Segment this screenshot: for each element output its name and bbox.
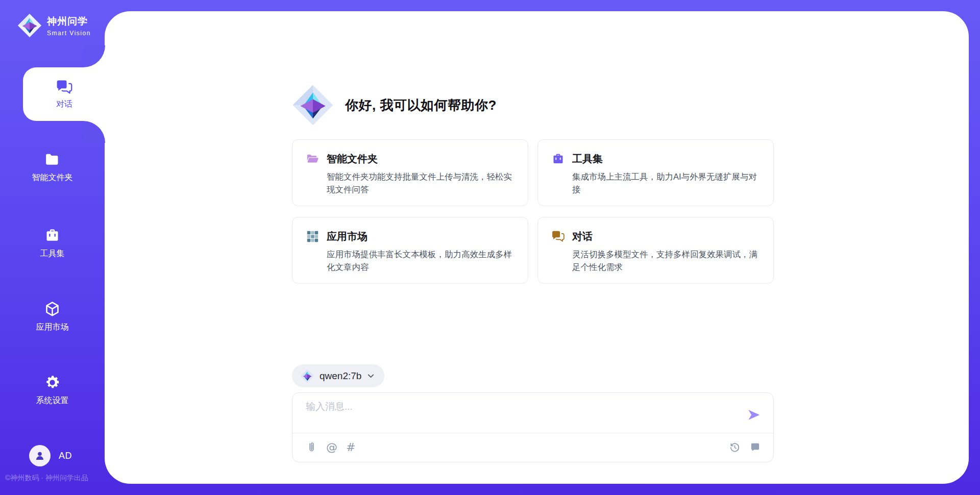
brand-subtitle: Smart Vision xyxy=(47,30,91,37)
active-tab-fillet-top xyxy=(83,45,105,67)
sidebar-item-tools[interactable]: 工具集 xyxy=(0,227,105,259)
active-tab-fillet-bottom xyxy=(83,121,105,143)
feature-card-chat[interactable]: 对话 灵活切换多模型文件，支持多样回复效果调试，满足个性化需求 xyxy=(537,217,774,284)
mention-button[interactable]: @ xyxy=(326,442,337,453)
sidebar-item-label: 对话 xyxy=(56,99,72,110)
send-button[interactable] xyxy=(746,407,762,424)
send-icon xyxy=(746,407,762,423)
feature-cards: 智能文件夹 智能文件夹功能支持批量文件上传与清洗，轻松实现文件问答 工具集 集成… xyxy=(292,139,774,284)
brand-name: 神州问学 xyxy=(47,15,91,28)
person-icon xyxy=(33,449,46,462)
chevron-down-icon xyxy=(366,372,375,380)
gear-icon xyxy=(44,374,61,391)
model-logo-icon xyxy=(300,369,314,383)
main-panel: 你好, 我可以如何帮助你? 智能文件夹 智能文件夹功能支持批量文件上传与清洗，轻… xyxy=(105,11,969,484)
folder-icon xyxy=(44,151,61,168)
briefcase-icon xyxy=(44,227,61,244)
card-title: 智能文件夹 xyxy=(327,152,378,166)
sidebar-item-chat[interactable]: 对话 xyxy=(23,67,106,121)
card-title: 应用市场 xyxy=(327,230,368,243)
avatar xyxy=(29,445,51,466)
grid-icon xyxy=(306,230,320,243)
sidebar-item-label: 应用市场 xyxy=(36,322,69,333)
greeting-title: 你好, 我可以如何帮助你? xyxy=(345,96,497,114)
feature-card-tools[interactable]: 工具集 集成市场上主流工具，助力AI与外界无缝扩展与对接 xyxy=(537,139,774,206)
brand-diamond-icon xyxy=(17,13,42,38)
folder-open-icon xyxy=(306,152,320,166)
chat-bubble-icon xyxy=(749,441,761,453)
feature-card-folders[interactable]: 智能文件夹 智能文件夹功能支持批量文件上传与清洗，轻松实现文件问答 xyxy=(292,139,528,206)
model-selector[interactable]: qwen2:7b xyxy=(292,364,384,387)
sidebar-item-label: 工具集 xyxy=(40,249,65,259)
user-profile[interactable]: AD xyxy=(29,445,72,466)
composer-toolbar: @ # xyxy=(306,441,761,453)
composer-tools-left: @ # xyxy=(306,441,355,453)
message-input[interactable] xyxy=(306,400,734,430)
feature-card-market[interactable]: 应用市场 应用市场提供丰富长文本模板，助力高效生成多样化文章内容 xyxy=(292,217,528,284)
composer-tools-right xyxy=(729,441,761,453)
quick-chat-button[interactable] xyxy=(749,441,761,453)
sidebar-item-settings[interactable]: 系统设置 xyxy=(0,374,105,406)
user-initials: AD xyxy=(59,451,72,461)
hash-icon: # xyxy=(346,442,355,453)
chat-icon xyxy=(551,230,565,243)
brand-logo: 神州问学 Smart Vision xyxy=(17,13,91,38)
sidebar-item-label: 系统设置 xyxy=(36,395,69,406)
card-title: 对话 xyxy=(572,230,593,243)
history-button[interactable] xyxy=(729,441,741,453)
card-title: 工具集 xyxy=(572,152,603,166)
topic-button[interactable]: # xyxy=(346,442,355,453)
chat-icon xyxy=(56,79,73,95)
sidebar-item-label: 智能文件夹 xyxy=(32,172,73,183)
copyright-text: ©神州数码 · 神州问学出品 xyxy=(5,474,88,483)
history-icon xyxy=(729,441,741,453)
attach-button[interactable] xyxy=(306,441,317,453)
briefcase-icon xyxy=(551,152,565,166)
card-description: 应用市场提供丰富长文本模板，助力高效生成多样化文章内容 xyxy=(327,248,514,274)
sidebar-item-folders[interactable]: 智能文件夹 xyxy=(0,151,105,183)
sidebar-item-market[interactable]: 应用市场 xyxy=(0,301,105,333)
card-description: 集成市场上主流工具，助力AI与外界无缝扩展与对接 xyxy=(572,170,760,196)
paperclip-icon xyxy=(306,441,317,453)
greeting: 你好, 我可以如何帮助你? xyxy=(292,84,497,126)
model-name: qwen2:7b xyxy=(320,370,361,382)
cube-icon xyxy=(44,301,61,317)
composer-divider xyxy=(292,433,773,433)
card-description: 灵活切换多模型文件，支持多样回复效果调试，满足个性化需求 xyxy=(572,248,760,274)
assistant-logo-icon xyxy=(292,84,334,126)
card-description: 智能文件夹功能支持批量文件上传与清洗，轻松实现文件问答 xyxy=(327,170,514,196)
composer: @ # xyxy=(292,392,774,462)
at-icon: @ xyxy=(326,442,337,453)
main-content: 你好, 我可以如何帮助你? 智能文件夹 智能文件夹功能支持批量文件上传与清洗，轻… xyxy=(292,11,774,484)
brand-text: 神州问学 Smart Vision xyxy=(47,15,91,37)
sidebar: 神州问学 Smart Vision 对话 智能文件夹 工具集 应用市场 xyxy=(0,0,105,495)
